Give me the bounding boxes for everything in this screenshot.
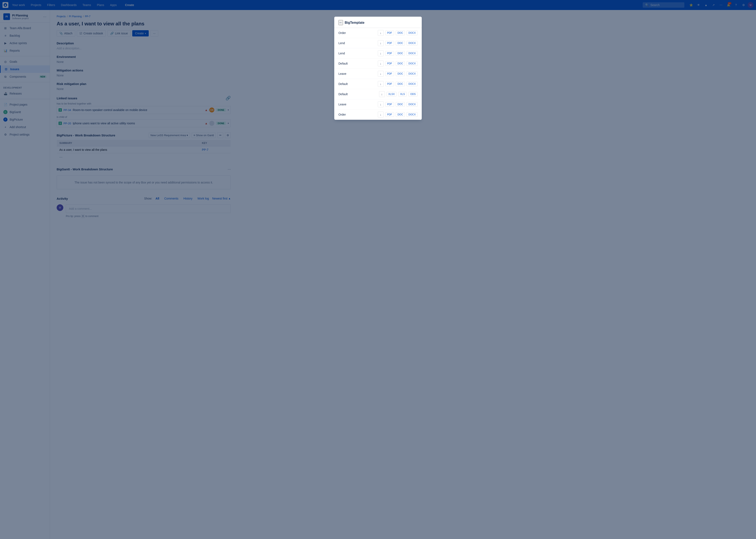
format-button-doc-0[interactable]: DOC	[396, 31, 405, 35]
format-button-pdf-1[interactable]: PDF	[385, 41, 394, 45]
format-button-pdf-0[interactable]: PDF	[385, 31, 394, 35]
modal-row-name-2: Lend	[339, 52, 378, 55]
format-button-doc-3[interactable]: DOC	[396, 61, 405, 66]
format-button-pdf-5[interactable]: PDF	[385, 82, 394, 86]
download-button-0[interactable]: ↓	[378, 30, 384, 36]
download-button-8[interactable]: ↓	[378, 112, 384, 117]
format-button-docx-5[interactable]: DOCX	[407, 82, 417, 86]
modal-row-actions-2: ↓PDFDOCDOCX	[378, 50, 417, 56]
modal-row-actions-1: ↓PDFDOCDOCX	[378, 40, 417, 46]
format-button-docx-2[interactable]: DOCX	[407, 51, 417, 56]
download-button-6[interactable]: ↓	[379, 91, 385, 97]
modal-row-0: Order↓PDFDOCDOCX	[334, 28, 422, 38]
modal-row-name-6: Default	[339, 93, 379, 96]
modal-row-name-3: Default	[339, 62, 378, 65]
download-button-7[interactable]: ↓	[378, 102, 384, 107]
download-button-1[interactable]: ↓	[378, 40, 384, 46]
modal-row-name-4: Leave	[339, 72, 378, 75]
format-button-doc-8[interactable]: DOC	[396, 112, 405, 117]
format-button-ods-6[interactable]: ODS	[409, 92, 417, 97]
format-button-docx-3[interactable]: DOCX	[407, 61, 417, 66]
format-button-doc-5[interactable]: DOC	[396, 82, 405, 86]
format-button-doc-1[interactable]: DOC	[396, 41, 405, 45]
modal-row-actions-3: ↓PDFDOCDOCX	[378, 61, 417, 66]
format-button-pdf-7[interactable]: PDF	[385, 102, 394, 107]
format-button-doc-2[interactable]: DOC	[396, 51, 405, 56]
download-button-3[interactable]: ↓	[378, 61, 384, 66]
format-button-docx-0[interactable]: DOCX	[407, 31, 417, 35]
format-button-pdf-8[interactable]: PDF	[385, 112, 394, 117]
format-button-docx-1[interactable]: DOCX	[407, 41, 417, 45]
modal-row-3: Default↓PDFDOCDOCX	[334, 58, 422, 69]
download-button-5[interactable]: ↓	[378, 81, 384, 87]
modal-header: ← BigTemplate	[334, 17, 422, 28]
format-button-pdf-3[interactable]: PDF	[385, 61, 394, 66]
modal-row-actions-7: ↓PDFDOCDOCX	[378, 102, 417, 107]
format-button-xlsx-6[interactable]: XLSX	[387, 92, 397, 97]
modal-row-5: Default↓PDFDOCDOCX	[334, 79, 422, 89]
format-button-docx-7[interactable]: DOCX	[407, 102, 417, 107]
bigtemplate-modal: ← BigTemplate Order↓PDFDOCDOCXLend↓PDFDO…	[334, 17, 422, 120]
format-button-pdf-4[interactable]: PDF	[385, 71, 394, 76]
modal-row-7: Leave↓PDFDOCDOCX	[334, 99, 422, 110]
format-button-xls-6[interactable]: XLS	[398, 92, 407, 97]
modal-row-actions-4: ↓PDFDOCDOCX	[378, 71, 417, 77]
format-button-doc-7[interactable]: DOC	[396, 102, 405, 107]
modal-row-name-5: Default	[339, 82, 378, 86]
modal-back-button[interactable]: ←	[339, 20, 343, 25]
modal-row-actions-8: ↓PDFDOCDOCX	[378, 112, 417, 117]
modal-row-2: Lend↓PDFDOCDOCX	[334, 48, 422, 58]
format-button-pdf-2[interactable]: PDF	[385, 51, 394, 56]
format-button-docx-8[interactable]: DOCX	[407, 112, 417, 117]
download-button-2[interactable]: ↓	[378, 50, 384, 56]
modal-rows: Order↓PDFDOCDOCXLend↓PDFDOCDOCXLend↓PDFD…	[334, 28, 422, 120]
modal-row-name-0: Order	[339, 31, 378, 35]
modal-row-actions-5: ↓PDFDOCDOCX	[378, 81, 417, 87]
modal-overlay[interactable]: ← BigTemplate Order↓PDFDOCDOCXLend↓PDFDO…	[0, 0, 756, 539]
format-button-doc-4[interactable]: DOC	[396, 71, 405, 76]
download-button-4[interactable]: ↓	[378, 71, 384, 77]
modal-row-actions-6: ↓XLSXXLSODS	[379, 91, 417, 97]
modal-title: BigTemplate	[345, 21, 364, 25]
modal-row-6: Default↓XLSXXLSODS	[334, 89, 422, 99]
modal-row-name-1: Lend	[339, 41, 378, 45]
modal-row-1: Lend↓PDFDOCDOCX	[334, 38, 422, 48]
modal-row-name-8: Order	[339, 113, 378, 116]
modal-row-8: Order↓PDFDOCDOCX	[334, 110, 422, 120]
modal-row-actions-0: ↓PDFDOCDOCX	[378, 30, 417, 36]
modal-row-name-7: Leave	[339, 103, 378, 106]
format-button-docx-4[interactable]: DOCX	[407, 71, 417, 76]
modal-row-4: Leave↓PDFDOCDOCX	[334, 69, 422, 79]
